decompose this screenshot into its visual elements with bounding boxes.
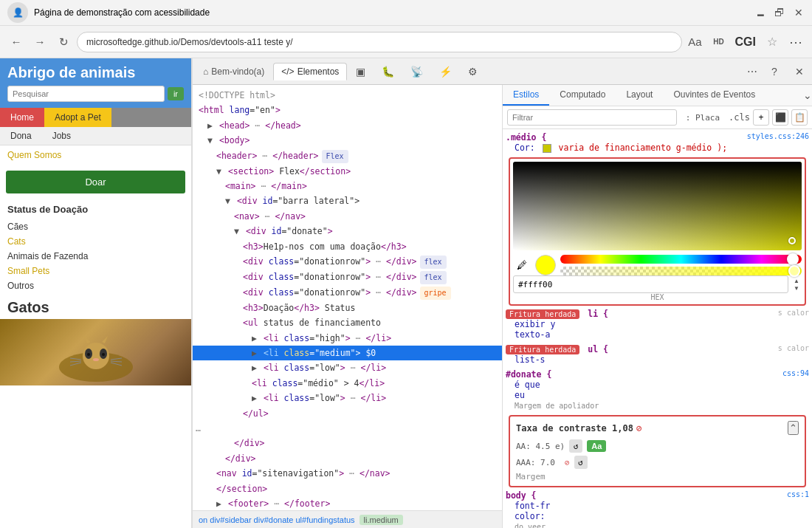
donate-button[interactable]: Doar	[6, 171, 185, 193]
contrast-expand-button[interactable]: ⌃	[788, 421, 799, 435]
tab-console[interactable]: ▣	[348, 63, 373, 80]
css-source3[interactable]: css:1	[787, 490, 809, 498]
styles-filter-input[interactable]	[507, 109, 677, 126]
devtools-body: <!DOCTYPE html> <html lang="en"> ▶ <head…	[193, 85, 812, 528]
dom-line[interactable]: <h3>He1p-nos com uma doação</h3>	[193, 239, 502, 254]
hex-input[interactable]	[513, 275, 788, 293]
search-input[interactable]	[7, 86, 165, 102]
animal-cats[interactable]: Cats	[0, 234, 191, 249]
refresh-button[interactable]: ↻	[53, 32, 74, 52]
contrast-aa-button[interactable]: Aa	[587, 440, 606, 452]
dom-line[interactable]: ▼ <div id="barra lateral">	[193, 193, 502, 208]
hex-down-button[interactable]: ▼	[791, 284, 802, 292]
animal-caes[interactable]: Cães	[0, 219, 191, 234]
dom-line[interactable]: <div class="donationrow"> ⋯ </div>flex	[193, 254, 502, 270]
dom-line[interactable]: </div>	[193, 451, 502, 466]
svg-point-8	[93, 358, 99, 361]
toggle-body[interactable]: ▼	[207, 135, 213, 145]
color-picker: 🖉	[509, 157, 806, 306]
address-bar[interactable]: microsoftedge.github.io/Demos/devtools-a…	[77, 32, 682, 52]
dom-line[interactable]: <h3>Doação</h3> Status	[193, 301, 502, 315]
tab-performance[interactable]: ⚡	[432, 63, 459, 80]
tab-settings[interactable]: ⚙	[461, 63, 485, 80]
styles-expand-button[interactable]: ⌄	[803, 85, 812, 106]
hex-up-button[interactable]: ▲	[791, 277, 802, 284]
nav-quem-somos[interactable]: Quem Somos	[6, 147, 185, 163]
contrast-aaa-icon[interactable]: ↺	[574, 456, 588, 469]
dom-line[interactable]: <main> ⋯ </main>	[193, 179, 502, 193]
restore-button[interactable]: 🗗	[774, 7, 785, 18]
css-font: font-fr	[515, 501, 550, 511]
contrast-row-aaa: AAA: 7.0 ⊘ ↺	[516, 456, 799, 469]
back-button[interactable]: ←	[6, 32, 27, 52]
contrast-aa-icon1[interactable]: ↺	[569, 439, 582, 453]
nav-adopt[interactable]: Adopt a Pet	[44, 108, 111, 127]
dom-line[interactable]: ▼ <div id="donate">	[193, 224, 502, 239]
add-style-button[interactable]: +	[753, 109, 769, 126]
dom-line[interactable]: <li class="médio" > 4</li>	[193, 376, 502, 391]
minimize-button[interactable]: 🗕	[754, 7, 766, 18]
read-aloud-button[interactable]: Aa	[685, 32, 706, 52]
devtools-more-button[interactable]: ⋯	[743, 62, 762, 81]
alpha-slider[interactable]	[560, 267, 802, 275]
dom-line[interactable]: <nav> ⋯ </nav>	[193, 209, 502, 224]
dom-line[interactable]: <nav id="sitenavigation"> ⋯ </nav>	[193, 466, 502, 481]
dom-footer: on div#sidebar div#donate ul#fundingstat…	[193, 510, 502, 528]
tab-sources[interactable]: 🐛	[374, 63, 402, 80]
dom-line[interactable]: <ul status de financiamento	[193, 315, 502, 330]
sub-nav-dona[interactable]: Dona	[0, 127, 42, 145]
color-swatch-medio[interactable]	[543, 144, 551, 153]
dom-line[interactable]: </section>	[193, 481, 502, 496]
animal-small-pets[interactable]: Small Pets	[0, 264, 191, 278]
nav-home[interactable]: Home	[0, 108, 44, 127]
dom-line[interactable]: ▶ <li class="low"> ⋯ </li>	[193, 391, 502, 405]
css-source2[interactable]: css:94	[782, 369, 809, 377]
tab-layout[interactable]: Layout	[616, 85, 663, 106]
tab-ouvintes[interactable]: Ouvintes de Eventos	[663, 85, 765, 106]
dom-more-btn[interactable]: …	[193, 421, 502, 436]
devtools-help-button[interactable]: ?	[765, 62, 784, 81]
dom-line[interactable]: </div>	[193, 436, 502, 450]
profile-avatar[interactable]: 👤	[7, 2, 28, 23]
forward-button[interactable]: →	[30, 32, 50, 52]
style-copy-button[interactable]: 📋	[791, 109, 808, 126]
dom-line[interactable]: ▶ <li class="high"> ⋯ </li>	[193, 331, 502, 346]
dom-line[interactable]: <html lang="en">	[193, 103, 502, 117]
css-source1[interactable]: styles.css:246	[747, 132, 809, 140]
dom-line[interactable]: <header> ⋯ </header>Flex	[193, 148, 502, 164]
color-gradient[interactable]	[513, 162, 802, 250]
dom-line[interactable]: ▼ <section> Flex</section>	[193, 164, 502, 179]
eyedropper-button[interactable]: 🖉	[513, 256, 531, 274]
dom-line[interactable]: ▼ <body>	[193, 133, 502, 148]
dom-panel: <!DOCTYPE html> <html lang="en"> ▶ <head…	[193, 85, 503, 528]
dom-line[interactable]: <div class="donationrow"> ⋯ </div>gripe	[193, 285, 502, 301]
more-button[interactable]: ⋯	[785, 32, 806, 52]
tab-elements[interactable]: </> Elementos	[273, 63, 347, 80]
hue-slider[interactable]	[560, 255, 802, 264]
favorites-button[interactable]: ☆	[762, 32, 782, 52]
dom-line[interactable]: <!DOCTYPE html>	[193, 88, 502, 103]
tab-network[interactable]: 📡	[403, 63, 430, 80]
search-button[interactable]: ir	[168, 87, 184, 100]
close-button[interactable]: ✕	[793, 7, 805, 18]
css-selector-medio: .médio {	[506, 132, 546, 143]
tab-estilos[interactable]: Estilos	[503, 85, 549, 106]
animal-fazenda[interactable]: Animais de Fazenda	[0, 249, 191, 264]
dom-line[interactable]: ▶ <footer> ⋯ </footer>	[193, 496, 502, 510]
animal-outros[interactable]: Outros	[0, 278, 191, 293]
toggle-head[interactable]: ▶	[207, 120, 213, 131]
devtools-panel: ⌂ Bem-vindo(a) </> Elementos ▣ 🐛 📡 ⚡ ⚙ ⋯…	[192, 58, 812, 528]
dom-line[interactable]: ▶ <head> ⋯ </head>	[193, 118, 502, 133]
dom-line-selected[interactable]: ▶ <li class="medium"> $0	[193, 346, 502, 360]
style-option-button[interactable]: ⬛	[772, 109, 788, 126]
immersive-reader-button[interactable]: HD	[709, 32, 729, 52]
dom-content: <!DOCTYPE html> <html lang="en"> ▶ <head…	[193, 85, 502, 510]
tab-welcome[interactable]: ⌂ Bem-vindo(a)	[196, 64, 272, 80]
color-controls: 🖉	[513, 255, 802, 275]
tab-computado[interactable]: Computado	[549, 85, 616, 106]
dom-line[interactable]: </ul>	[193, 406, 502, 421]
devtools-close-button[interactable]: ✕	[790, 62, 809, 81]
sub-nav-jobs[interactable]: Jobs	[42, 127, 81, 145]
dom-line[interactable]: <div class="donationrow"> ⋯ </div>flex	[193, 270, 502, 285]
dom-line[interactable]: ▶ <li class="low"> ⋯ </li>	[193, 360, 502, 375]
